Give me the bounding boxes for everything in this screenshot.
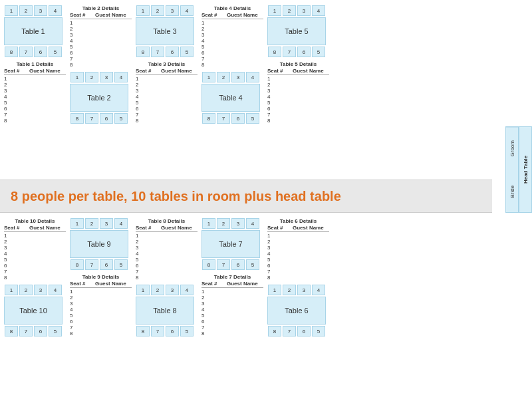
table1-visual: 1 2 3 4 Table 1 8 7 6 5 — [4, 5, 63, 57]
table3-body: Table 3 — [136, 17, 194, 45]
details-header: Seat # Guest Name — [70, 12, 132, 19]
seat: 6 — [34, 47, 47, 57]
details-row: 6 — [4, 106, 66, 112]
table8-body: Table 8 — [136, 297, 194, 325]
details-row: 1 — [4, 76, 66, 82]
guest-col-header: Guest Name — [29, 68, 66, 74]
table1-details: Table 1 Details Seat # Guest Name 1 2 3 … — [4, 61, 66, 124]
table4-body: Table 4 — [201, 84, 260, 112]
table2-details: Table 2 Details Seat # Guest Name 1 2 3 … — [70, 5, 132, 68]
table5-visual: 1 2 3 4 Table 5 8 7 6 5 — [267, 5, 326, 57]
table6-visual: 1 2 3 4 Table 6 8 7 6 5 — [267, 285, 326, 336]
table6-column: Table 6 Details Seat # Guest Name 1 2 3 … — [267, 218, 329, 396]
table3-details: Table 3 Details Seat # Guest Name 1 2 3 … — [136, 61, 198, 124]
table4-visual: 1 2 3 4 Table 4 8 7 6 5 — [201, 72, 260, 124]
table7-column: 1 2 3 4 Table 7 8 7 6 5 Table 7 Details — [201, 218, 263, 396]
guest-col-header: Guest Name — [95, 12, 132, 18]
banner-text: 8 people per table, 10 tables in room pl… — [11, 189, 341, 204]
seat-row-bottom: 8 7 6 5 — [5, 47, 62, 57]
table4-details: Table 4 Details Seat # Guest Name 1 2 3 … — [201, 5, 263, 68]
table9-column: 1 2 3 4 Table 9 8 7 6 5 Table 9 Details — [70, 218, 132, 396]
groom-bride-panel: Groom Bride — [505, 126, 519, 213]
bride-label: Bride — [506, 170, 518, 213]
seat: 1 — [5, 5, 18, 16]
middle-banner: 8 people per table, 10 tables in room pl… — [0, 180, 492, 213]
table8-visual: 1 2 3 4 Table 8 8 7 6 5 — [136, 285, 194, 336]
table1-body: Table 1 — [4, 17, 63, 45]
seat-col-header: Seat # — [70, 12, 88, 18]
details-row: 5 — [4, 100, 66, 106]
table2-body: Table 2 — [70, 84, 128, 112]
details-row: 4 — [4, 94, 66, 100]
bottom-section: Table 10 Details Seat # Guest Name 1 2 3… — [0, 213, 492, 399]
table10-details: Table 10 Details Seat # Guest Name 1 2 3… — [4, 218, 66, 281]
head-table-label: Head Table — [523, 156, 529, 184]
table5-column: 1 2 3 4 Table 5 8 7 6 5 Table 5 Details — [267, 5, 329, 177]
table7-details: Table 7 Details Seat # Guest Name 1 2 3 … — [201, 274, 263, 336]
main-layout: 1 2 3 4 Table 1 8 7 6 5 Table 1 Deta — [0, 0, 532, 399]
table2-column: Table 2 Details Seat # Guest Name 1 2 3 … — [70, 5, 132, 177]
table3-column: 1 2 3 4 Table 3 8 7 6 5 Table 3 Details — [136, 5, 198, 177]
details-row: 2 — [4, 82, 66, 88]
details-row: 3 — [4, 88, 66, 94]
seat: 4 — [49, 5, 62, 16]
table2-visual: 1 2 3 4 Table 2 8 7 6 5 — [70, 72, 128, 124]
seat: 2 — [19, 5, 33, 16]
table7-visual: 1 2 3 4 Table 7 8 7 6 5 — [201, 218, 260, 270]
details-title: Table 1 Details — [4, 61, 66, 67]
table9-body: Table 9 — [70, 230, 128, 258]
seat: 3 — [34, 5, 47, 16]
table10-body: Table 10 — [4, 297, 63, 325]
seat: 5 — [49, 47, 62, 57]
table9-details: Table 9 Details Seat # Guest Name 1 2 3 … — [70, 274, 132, 336]
details-header: Seat # Guest Name — [4, 68, 66, 75]
table6-body: Table 6 — [267, 297, 326, 325]
top-section: 1 2 3 4 Table 1 8 7 6 5 Table 1 Deta — [0, 0, 492, 180]
groom-label: Groom — [506, 127, 518, 170]
details-row: 7 — [4, 112, 66, 118]
table1-column: 1 2 3 4 Table 1 8 7 6 5 Table 1 Deta — [4, 5, 66, 177]
table9-visual: 1 2 3 4 Table 9 8 7 6 5 — [70, 218, 128, 270]
table3-visual: 1 2 3 4 Table 3 8 7 6 5 — [136, 5, 194, 57]
table5-body: Table 5 — [267, 17, 326, 45]
content-area: 1 2 3 4 Table 1 8 7 6 5 Table 1 Deta — [0, 0, 492, 399]
table5-details: Table 5 Details Seat # Guest Name 1 2 3 … — [267, 61, 329, 124]
table8-column: Table 8 Details Seat # Guest Name 1 2 3 … — [136, 218, 198, 396]
table7-body: Table 7 — [201, 230, 260, 258]
table8-details: Table 8 Details Seat # Guest Name 1 2 3 … — [136, 218, 198, 281]
seat: 7 — [19, 47, 33, 57]
head-table-box: Head Table — [519, 126, 532, 213]
table10-visual: 1 2 3 4 Table 10 8 7 6 5 — [4, 285, 63, 336]
seat-col-header: Seat # — [4, 68, 23, 74]
table4-column: Table 4 Details Seat # Guest Name 1 2 3 … — [201, 5, 263, 177]
details-title: Table 2 Details — [70, 5, 132, 11]
seat: 8 — [5, 47, 18, 57]
table10-column: Table 10 Details Seat # Guest Name 1 2 3… — [4, 218, 66, 396]
table6-details: Table 6 Details Seat # Guest Name 1 2 3 … — [267, 218, 329, 281]
details-row: 8 — [4, 118, 66, 124]
seat-row-top: 1 2 3 4 — [5, 5, 62, 16]
